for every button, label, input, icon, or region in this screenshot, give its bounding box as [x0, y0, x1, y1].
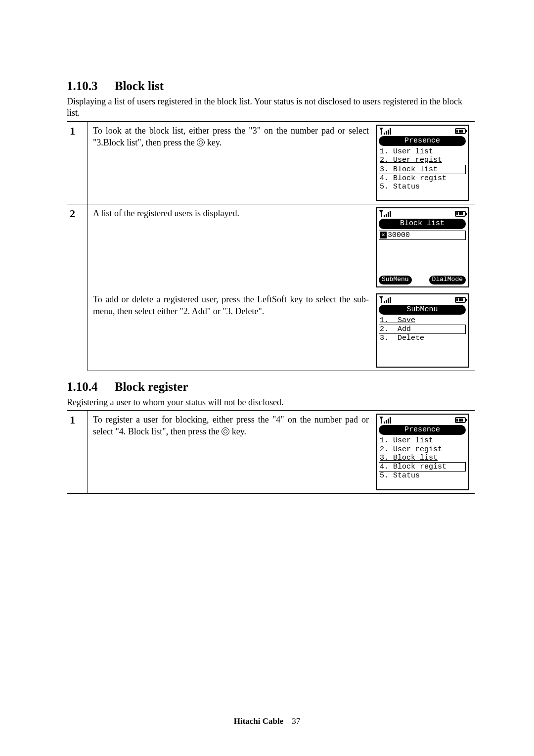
signal-icon — [379, 128, 393, 135]
step-number: 1 — [67, 121, 88, 204]
steps-table: 1 To look at the block list, either pres… — [67, 121, 475, 371]
step-text: To look at the block list, either press … — [88, 121, 374, 204]
section-heading: 1.10.4 Block register — [67, 380, 475, 394]
section-title: Block register — [115, 380, 188, 393]
menu-item: 1. User list — [379, 436, 466, 445]
lcd-screen: SubMenu 1. Save 2. Add 3. Delete — [376, 293, 469, 368]
step-text-part: key. — [232, 426, 246, 436]
block-list-entry: ✕ 30000 — [379, 231, 466, 240]
menu-item: 1. User list — [379, 147, 466, 156]
page-footer: Hitachi Cable 37 — [0, 716, 534, 726]
step-text: A list of the registered users is displa… — [88, 204, 374, 290]
section-number: 1.10.3 — [67, 79, 98, 93]
menu-item-selected: 3. Block list — [379, 165, 466, 174]
section-heading: 1.10.3 Block list — [67, 79, 475, 93]
step-text: To add or delete a registered user, pres… — [88, 290, 374, 371]
menu-item: 1. Save — [379, 316, 466, 325]
menu-item: 3. Block list — [379, 454, 466, 462]
softkey-left: SubMenu — [379, 276, 412, 284]
section-number: 1.10.4 — [67, 380, 98, 394]
block-entry-number: 30000 — [388, 231, 410, 239]
footer-brand: Hitachi Cable — [234, 716, 284, 726]
battery-icon — [455, 417, 466, 423]
menu-item: 4. Block regist — [379, 174, 466, 183]
section-title: Block list — [115, 79, 164, 93]
battery-icon — [455, 128, 466, 134]
signal-icon — [379, 210, 393, 217]
step-number: 2 — [67, 204, 88, 371]
lcd-title: Block list — [379, 219, 466, 229]
step-text-part: To register a user for blocking, either … — [93, 415, 369, 436]
menu-item: 2. User regist — [379, 445, 466, 454]
section-intro: Registering a user to whom your status w… — [67, 397, 475, 408]
lcd-title: Presence — [379, 425, 466, 435]
step-text: To register a user for blocking, either … — [88, 411, 374, 494]
steps-table: 1 To register a user for blocking, eithe… — [67, 410, 475, 494]
step-number: 1 — [67, 411, 88, 494]
step-text-part: To look at the block list, either press … — [93, 126, 369, 147]
menu-item-selected: 4. Block regist — [379, 462, 466, 472]
menu-item: 2. User regist — [379, 156, 466, 164]
battery-icon — [455, 211, 466, 217]
lcd-screen: Presence 1. User list 2. User regist 3. … — [376, 414, 469, 490]
ok-key-icon — [222, 427, 229, 435]
ok-key-icon — [197, 139, 205, 146]
section-intro: Displaying a list of users registered in… — [67, 96, 475, 119]
menu-item-selected: 2. Add — [379, 325, 466, 334]
signal-icon — [379, 296, 393, 303]
menu-item: 5. Status — [379, 472, 466, 480]
lcd-screen: Block list ✕ 30000 SubMenu DialMode — [376, 207, 469, 287]
lcd-title: Presence — [379, 136, 466, 146]
footer-page: 37 — [292, 716, 300, 726]
menu-item: 3. Delete — [379, 334, 466, 342]
step-text-part: key. — [207, 138, 222, 147]
blocked-icon: ✕ — [380, 232, 387, 238]
lcd-screen: Presence 1. User list 2. User regist 3. … — [376, 125, 469, 201]
signal-icon — [379, 417, 393, 424]
lcd-title: SubMenu — [379, 305, 466, 315]
softkey-right: DialMode — [429, 276, 466, 284]
battery-icon — [455, 297, 466, 303]
menu-item: 5. Status — [379, 183, 466, 191]
